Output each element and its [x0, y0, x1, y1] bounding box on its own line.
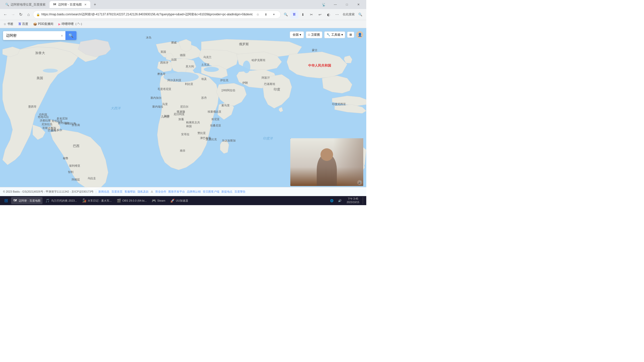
label-morocco: 摩洛哥 [157, 72, 166, 76]
network-tray[interactable]: 🌐 [329, 197, 335, 204]
tab-inactive[interactable]: 🔍 迈阿密地理位置_百度搜索 [2, 1, 49, 8]
taskbar-item-obs-music[interactable]: 🎵 乌兰巴托的夜-2023... [44, 197, 79, 204]
right-toolbar: 🔍 百 ⬇ ✂ ↩ ◐ ⋯ 在此搜索 🔍 [282, 11, 364, 19]
label-niger: 尼日尔 [180, 105, 188, 109]
obs-taskbar-icon: 🎬 [117, 199, 121, 203]
taskbar-item-steam[interactable]: 🎮 Steam [150, 197, 167, 204]
footer-link-news[interactable]: 新闻信息 [98, 190, 109, 194]
cast-icon[interactable]: 📡 [318, 0, 330, 9]
taskbar: ⊞ 🗺 迈阿密 - 百度地图 🎵 乌兰巴托的夜-2023... 🚂 火车日记 -… [0, 196, 366, 205]
address-icons: ☆ ⬆ ▾ [254, 11, 277, 18]
taskbar-item-uu[interactable]: 🚀 UU加速器 [168, 197, 190, 204]
label-russia: 俄罗斯 [239, 42, 249, 47]
region-button[interactable]: 全国 ▾ [290, 31, 304, 38]
minimize-button[interactable]: — [330, 0, 341, 9]
bookmark-pdd[interactable]: 📦 PDD直播间 [32, 21, 55, 27]
theme-button[interactable]: ◐ [325, 11, 333, 19]
tab2-close[interactable]: ✕ [83, 3, 87, 7]
baidu-maps-taskbar-icon: 🗺 [13, 199, 17, 203]
tools-button[interactable]: 🔧 工具箱 ▾ [324, 31, 345, 38]
label-egypt: 埃及 [201, 77, 207, 81]
undo-button[interactable]: ↩ [316, 11, 324, 19]
back-button[interactable]: ← [2, 11, 9, 19]
bookmark-baidu[interactable]: 百 百度 [17, 21, 30, 27]
steam-taskbar-label: Steam [157, 199, 165, 202]
dropdown-button[interactable]: ▾ [270, 11, 277, 18]
map-search-clear[interactable]: × [58, 34, 65, 38]
baidu-button[interactable]: 百 [290, 11, 298, 19]
label-france: 法国 [171, 58, 177, 62]
taskbar-tray: 🌐 🔊 下午 3:45 2023/10/15 [329, 197, 364, 204]
share-button[interactable]: ⬆ [262, 11, 269, 18]
taskbar-item-obs-studio[interactable]: 🎬 OBS 29.0.0 (64-bi... [115, 197, 149, 204]
marker-gabon: 加蓬 [178, 117, 184, 121]
label-angola: 安哥拉 [181, 132, 189, 136]
marker-zimbabwe: 津巴布韦 [200, 136, 211, 140]
tools-dropdown-icon: ▾ [341, 33, 343, 36]
tab2-favicon: 🗺 [53, 3, 57, 7]
bookmark-bookmarks[interactable]: ☆ 书签 [2, 21, 15, 27]
show-desktop-button[interactable] [363, 197, 364, 204]
baidu-favicon: 百 [18, 22, 21, 26]
label-atlantic-ocean: 大西洋 [111, 106, 120, 111]
label-usa: 美国 [36, 76, 43, 80]
cut-button[interactable]: ✂ [307, 11, 315, 19]
grid-button[interactable]: ⊞ [347, 32, 354, 38]
volume-tray[interactable]: 🔊 [337, 197, 343, 204]
bookmark-bilibili[interactable]: ▶ 哔哩哔哩（·°-·） [57, 21, 85, 27]
map-search-input[interactable] [3, 32, 58, 40]
user-avatar[interactable]: 👤 [356, 31, 363, 38]
footer-link-privacy[interactable]: 隐私及款 [138, 190, 149, 194]
marker-dominicanrep: 多米尼加 [57, 117, 68, 120]
label-turkey: 土耳其 [201, 63, 210, 67]
label-sudan: 苏丹 [201, 96, 207, 100]
volume-icon: 🔊 [338, 199, 342, 202]
tab1-label: 迈阿密地理位置_百度搜索 [11, 3, 46, 7]
refresh-button[interactable]: ↻ [17, 11, 24, 19]
search-btn-2[interactable]: 🔍 [356, 11, 364, 19]
footer-link-service[interactable]: 客服帮款 [125, 190, 136, 194]
new-tab-button[interactable]: + [91, 1, 98, 8]
footer-link-business[interactable]: 营业合作 [155, 190, 166, 194]
label-chile: 智利 [68, 170, 73, 174]
satellite-icon: □ [308, 33, 310, 36]
footer-link-app[interactable]: 登贝图客户端 [203, 190, 219, 194]
lock-icon: 🔒 [36, 13, 40, 16]
label-uruguay: 乌拉圭 [88, 176, 96, 180]
search-button[interactable]: 🔍 [282, 11, 290, 19]
maximize-button[interactable]: □ [341, 0, 353, 9]
star-button[interactable]: ☆ [254, 11, 261, 18]
tab-active[interactable]: 🗺 迈阿密 - 百度地图 ✕ [50, 1, 91, 8]
footer-link-report[interactable]: 百度警告 [234, 190, 246, 194]
video-mic-btn[interactable]: 🎤 [357, 180, 362, 185]
svg-point-4 [43, 69, 58, 73]
start-button[interactable]: ⊞ [2, 197, 10, 205]
forward-button[interactable]: → [10, 11, 17, 19]
label-iran: 伊朗 [242, 81, 248, 85]
close-button[interactable]: ✕ [353, 0, 364, 9]
map-search-button[interactable]: 🔍 [65, 31, 76, 40]
clock-tray[interactable]: 下午 3:45 2023/10/15 [345, 197, 361, 204]
bilibili-favicon: ▶ [58, 22, 61, 26]
uu-taskbar-icon: 🚀 [170, 199, 174, 203]
download-button[interactable]: ⬇ [299, 11, 307, 19]
marker-zambia: 赞比亚 [197, 131, 206, 135]
taskbar-item-baidu-maps[interactable]: 🗺 迈阿密 - 百度地图 [11, 197, 43, 204]
satellite-button[interactable]: □ 卫星图 [306, 31, 322, 38]
footer-link-addplace[interactable]: 新提地点 [221, 190, 232, 194]
footer-link-mapdev[interactable]: 图形开发平台 [168, 190, 185, 194]
footer-link-baidu[interactable]: 百度首页 [111, 190, 123, 194]
marker-senegal: 塞内加尔 [150, 96, 162, 100]
address-input-wrap[interactable]: 🔒 https://map.baidu.com/search/迈阿密/@-417… [33, 11, 281, 19]
marker-ghana: 加纳 [164, 114, 170, 118]
baidu-label: 百度 [22, 22, 28, 26]
taskbar-item-train[interactable]: 🚂 火车日记 - 素火车... [80, 197, 114, 204]
more-button[interactable]: ⋯ [333, 11, 341, 19]
video-overlay: 🎤 [290, 138, 363, 186]
home-button[interactable]: ⌂ [25, 11, 32, 19]
label-algeria: 阿尔及利亚 [168, 78, 181, 82]
footer-link-brand[interactable]: 品牌商认销 [187, 190, 201, 194]
pdd-favicon: 📦 [33, 22, 37, 26]
map-container[interactable]: 加拿大 美国 墨西哥 委内瑞拉 巴西 秘鲁 玻利维亚 智利 阿根廷 乌拉圭 冰岛… [0, 28, 366, 196]
svg-point-3 [204, 67, 219, 72]
